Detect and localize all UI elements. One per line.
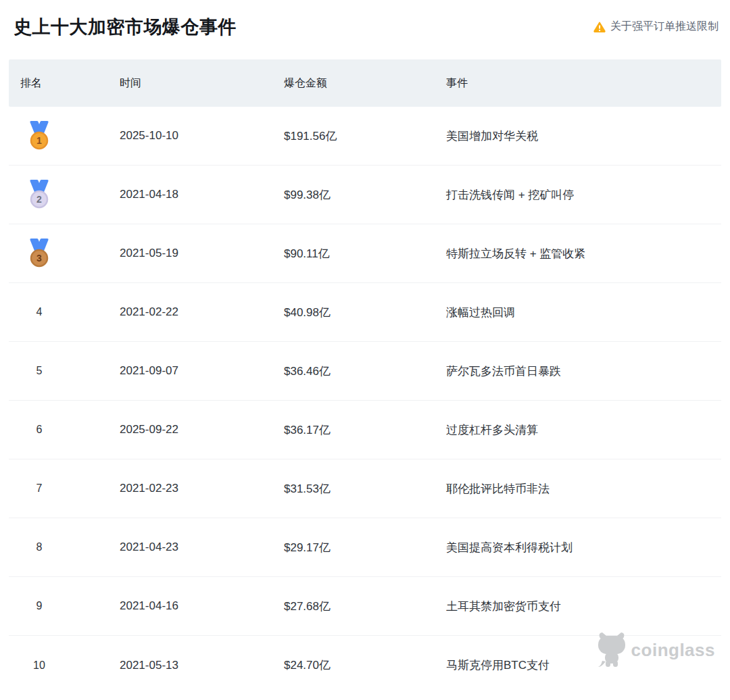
event-description: 耶伦批评比特币非法 [446, 481, 721, 497]
table-row: 10 2021-05-13 $24.70亿 马斯克停用BTC支付 [9, 636, 721, 695]
rank-box: 2 [26, 179, 53, 210]
rank-cell: 4 [20, 297, 120, 328]
event-description: 打击洗钱传闻 + 挖矿叫停 [446, 187, 721, 203]
rank-cell: 7 [20, 473, 120, 504]
rank-box: 1 [26, 120, 53, 151]
rank-number: 9 [36, 600, 43, 612]
rank-number: 8 [36, 541, 43, 553]
table-row: 1 2025-10-10 $191.56亿 美国增加对华关税 [9, 107, 721, 166]
event-date: 2021-02-22 [120, 305, 284, 319]
event-date: 2021-04-16 [120, 599, 284, 613]
event-description: 美国提高资本利得税计划 [446, 540, 721, 555]
silver-medal-icon: 2 [26, 180, 53, 209]
rank-cell: 5 [20, 355, 120, 386]
rank-cell: 1 [20, 120, 120, 151]
table-row: 3 2021-05-19 $90.11亿 特斯拉立场反转 + 监管收紧 [9, 224, 721, 283]
rank-box: 8 [26, 532, 53, 563]
liquidation-notice-link[interactable]: 关于强平订单推送限制 [593, 20, 719, 34]
liquidation-amount: $36.17亿 [284, 422, 446, 438]
column-header-rank: 排名 [20, 76, 120, 91]
event-description: 土耳其禁加密货币支付 [446, 599, 721, 614]
event-date: 2021-02-23 [120, 482, 284, 495]
table-row: 4 2021-02-22 $40.98亿 涨幅过热回调 [9, 283, 721, 342]
bronze-medal-icon: 3 [26, 239, 53, 268]
liquidation-amount: $31.53亿 [284, 481, 446, 497]
event-date: 2021-04-23 [120, 541, 284, 554]
event-date: 2025-09-22 [120, 423, 284, 436]
svg-text:1: 1 [36, 135, 42, 146]
rank-cell: 6 [20, 414, 120, 445]
rank-cell: 8 [20, 532, 120, 563]
event-description: 马斯克停用BTC支付 [446, 657, 721, 673]
column-header-time: 时间 [120, 76, 284, 91]
event-date: 2021-05-13 [120, 659, 284, 672]
svg-text:2: 2 [36, 194, 42, 205]
table-row: 8 2021-04-23 $29.17亿 美国提高资本利得税计划 [9, 518, 721, 577]
rank-number: 5 [36, 365, 43, 377]
event-description: 萨尔瓦多法币首日暴跌 [446, 364, 721, 379]
event-description: 过度杠杆多头清算 [446, 422, 721, 438]
table-body: 1 2025-10-10 $191.56亿 美国增加对华关税 2 2021-04… [9, 107, 721, 695]
rank-number: 10 [33, 659, 45, 672]
svg-text:3: 3 [36, 253, 42, 264]
rank-number: 6 [36, 424, 43, 436]
liquidation-events-table: 排名 时间 爆仓金额 事件 1 2025-10-10 $191.56亿 美国增加… [9, 59, 721, 695]
event-description: 美国增加对华关税 [446, 128, 721, 144]
table-row: 2 2021-04-18 $99.38亿 打击洗钱传闻 + 挖矿叫停 [9, 166, 721, 224]
table-row: 5 2021-09-07 $36.46亿 萨尔瓦多法币首日暴跌 [9, 342, 721, 401]
liquidation-amount: $90.11亿 [284, 246, 446, 261]
liquidation-amount: $27.68亿 [284, 599, 446, 614]
rank-cell: 2 [20, 179, 120, 210]
table-row: 9 2021-04-16 $27.68亿 土耳其禁加密货币支付 [9, 577, 721, 636]
rank-box: 7 [26, 473, 53, 504]
warning-icon [593, 22, 606, 32]
column-header-amount: 爆仓金额 [284, 76, 446, 91]
liquidation-amount: $99.38亿 [284, 187, 446, 203]
table-row: 6 2025-09-22 $36.17亿 过度杠杆多头清算 [9, 401, 721, 459]
rank-number: 4 [36, 306, 43, 318]
page-title: 史上十大加密市场爆仓事件 [14, 15, 237, 39]
rank-box: 9 [26, 591, 53, 622]
rank-box: 6 [26, 414, 53, 445]
liquidation-amount: $191.56亿 [284, 128, 446, 144]
event-date: 2021-09-07 [120, 364, 284, 378]
rank-cell: 3 [20, 238, 120, 269]
table-header-row: 排名 时间 爆仓金额 事件 [9, 59, 721, 107]
gold-medal-icon: 1 [26, 121, 53, 151]
event-description: 涨幅过热回调 [446, 305, 721, 320]
rank-box: 3 [26, 238, 53, 269]
rank-cell: 9 [20, 591, 120, 622]
liquidation-amount: $36.46亿 [284, 364, 446, 379]
event-description: 特斯拉立场反转 + 监管收紧 [446, 246, 721, 261]
rank-cell: 10 [20, 650, 120, 681]
event-date: 2021-05-19 [120, 247, 284, 260]
event-date: 2021-04-18 [120, 188, 284, 201]
liquidation-amount: $29.17亿 [284, 540, 446, 555]
liquidation-amount: $24.70亿 [284, 657, 446, 673]
column-header-event: 事件 [446, 76, 721, 91]
rank-number: 7 [36, 482, 43, 495]
rank-box: 10 [26, 650, 53, 681]
event-date: 2025-10-10 [120, 129, 284, 143]
notice-label: 关于强平订单推送限制 [610, 20, 719, 34]
table-row: 7 2021-02-23 $31.53亿 耶伦批评比特币非法 [9, 459, 721, 518]
rank-box: 4 [26, 297, 53, 328]
rank-box: 5 [26, 355, 53, 386]
liquidation-amount: $40.98亿 [284, 305, 446, 320]
